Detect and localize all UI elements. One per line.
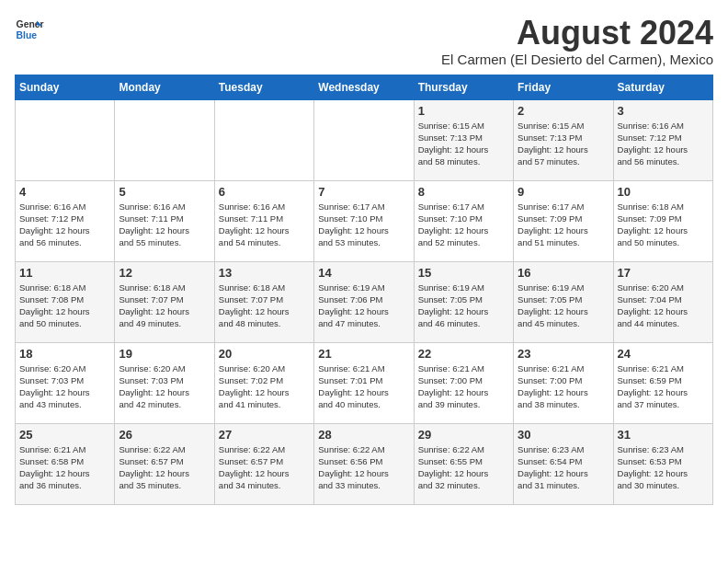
day-number: 20 <box>219 347 310 361</box>
calendar-subtitle: El Carmen (El Desierto del Carmen), Mexi… <box>441 52 713 67</box>
day-info: Sunrise: 6:21 AM Sunset: 6:58 PM Dayligh… <box>19 443 110 492</box>
calendar-cell: 23Sunrise: 6:21 AM Sunset: 7:00 PM Dayli… <box>514 342 613 423</box>
header-day-saturday: Saturday <box>613 75 712 99</box>
calendar-cell: 13Sunrise: 6:18 AM Sunset: 7:07 PM Dayli… <box>214 261 313 342</box>
header-day-sunday: Sunday <box>16 75 115 99</box>
day-number: 10 <box>618 185 709 199</box>
day-number: 22 <box>418 347 509 361</box>
calendar-cell: 22Sunrise: 6:21 AM Sunset: 7:00 PM Dayli… <box>414 342 513 423</box>
svg-text:Blue: Blue <box>17 30 38 40</box>
day-info: Sunrise: 6:22 AM Sunset: 6:56 PM Dayligh… <box>318 443 409 492</box>
calendar-cell: 16Sunrise: 6:19 AM Sunset: 7:05 PM Dayli… <box>514 261 613 342</box>
day-info: Sunrise: 6:20 AM Sunset: 7:03 PM Dayligh… <box>119 362 210 411</box>
calendar-cell: 4Sunrise: 6:16 AM Sunset: 7:12 PM Daylig… <box>16 180 115 261</box>
calendar-cell: 26Sunrise: 6:22 AM Sunset: 6:57 PM Dayli… <box>115 423 214 504</box>
calendar-cell: 18Sunrise: 6:20 AM Sunset: 7:03 PM Dayli… <box>16 342 115 423</box>
day-info: Sunrise: 6:19 AM Sunset: 7:06 PM Dayligh… <box>318 282 409 330</box>
day-info: Sunrise: 6:17 AM Sunset: 7:09 PM Dayligh… <box>518 201 609 249</box>
day-number: 19 <box>119 347 210 361</box>
day-number: 31 <box>618 428 709 442</box>
calendar-cell: 24Sunrise: 6:21 AM Sunset: 6:59 PM Dayli… <box>613 342 712 423</box>
day-info: Sunrise: 6:19 AM Sunset: 7:05 PM Dayligh… <box>518 282 609 330</box>
calendar-header: SundayMondayTuesdayWednesdayThursdayFrid… <box>16 75 713 99</box>
week-row-4: 18Sunrise: 6:20 AM Sunset: 7:03 PM Dayli… <box>16 342 713 423</box>
day-number: 15 <box>418 266 509 280</box>
week-row-1: 1Sunrise: 6:15 AM Sunset: 7:13 PM Daylig… <box>16 99 713 180</box>
day-number: 17 <box>618 266 709 280</box>
calendar-cell: 29Sunrise: 6:22 AM Sunset: 6:55 PM Dayli… <box>414 423 513 504</box>
week-row-3: 11Sunrise: 6:18 AM Sunset: 7:08 PM Dayli… <box>16 261 713 342</box>
day-number: 8 <box>418 185 509 199</box>
calendar-cell: 20Sunrise: 6:20 AM Sunset: 7:02 PM Dayli… <box>214 342 313 423</box>
calendar-cell: 21Sunrise: 6:21 AM Sunset: 7:01 PM Dayli… <box>314 342 414 423</box>
calendar-body: 1Sunrise: 6:15 AM Sunset: 7:13 PM Daylig… <box>16 99 713 504</box>
day-number: 12 <box>119 266 210 280</box>
calendar-cell: 27Sunrise: 6:22 AM Sunset: 6:57 PM Dayli… <box>214 423 313 504</box>
calendar-cell: 6Sunrise: 6:16 AM Sunset: 7:11 PM Daylig… <box>214 180 313 261</box>
day-number: 5 <box>119 185 210 199</box>
day-number: 27 <box>219 428 310 442</box>
day-number: 23 <box>518 347 609 361</box>
day-info: Sunrise: 6:17 AM Sunset: 7:10 PM Dayligh… <box>418 201 509 249</box>
day-number: 14 <box>318 266 409 280</box>
day-info: Sunrise: 6:16 AM Sunset: 7:12 PM Dayligh… <box>19 201 110 249</box>
day-info: Sunrise: 6:23 AM Sunset: 6:54 PM Dayligh… <box>518 443 609 492</box>
calendar-cell: 31Sunrise: 6:23 AM Sunset: 6:53 PM Dayli… <box>613 423 712 504</box>
calendar-cell: 15Sunrise: 6:19 AM Sunset: 7:05 PM Dayli… <box>414 261 513 342</box>
calendar-cell: 25Sunrise: 6:21 AM Sunset: 6:58 PM Dayli… <box>16 423 115 504</box>
calendar-cell: 30Sunrise: 6:23 AM Sunset: 6:54 PM Dayli… <box>514 423 613 504</box>
calendar-cell: 1Sunrise: 6:15 AM Sunset: 7:13 PM Daylig… <box>414 99 513 180</box>
day-number: 16 <box>518 266 609 280</box>
day-number: 18 <box>19 347 110 361</box>
day-number: 29 <box>418 428 509 442</box>
header-day-friday: Friday <box>514 75 613 99</box>
day-info: Sunrise: 6:20 AM Sunset: 7:03 PM Dayligh… <box>19 362 110 411</box>
page-header: General Blue August 2024 El Carmen (El D… <box>15 15 713 67</box>
day-info: Sunrise: 6:18 AM Sunset: 7:08 PM Dayligh… <box>19 282 110 330</box>
day-number: 1 <box>418 104 509 118</box>
calendar-cell <box>314 99 414 180</box>
day-info: Sunrise: 6:23 AM Sunset: 6:53 PM Dayligh… <box>618 443 709 492</box>
day-number: 7 <box>318 185 409 199</box>
day-number: 30 <box>518 428 609 442</box>
day-number: 13 <box>219 266 310 280</box>
day-info: Sunrise: 6:21 AM Sunset: 7:01 PM Dayligh… <box>318 362 409 411</box>
calendar-cell <box>16 99 115 180</box>
day-info: Sunrise: 6:22 AM Sunset: 6:57 PM Dayligh… <box>219 443 310 492</box>
logo: General Blue <box>15 15 44 44</box>
calendar-table: SundayMondayTuesdayWednesdayThursdayFrid… <box>15 75 713 505</box>
week-row-5: 25Sunrise: 6:21 AM Sunset: 6:58 PM Dayli… <box>16 423 713 504</box>
logo-icon: General Blue <box>15 15 44 44</box>
calendar-cell: 8Sunrise: 6:17 AM Sunset: 7:10 PM Daylig… <box>414 180 513 261</box>
day-number: 24 <box>618 347 709 361</box>
calendar-cell <box>214 99 313 180</box>
week-row-2: 4Sunrise: 6:16 AM Sunset: 7:12 PM Daylig… <box>16 180 713 261</box>
day-number: 3 <box>618 104 709 118</box>
day-info: Sunrise: 6:17 AM Sunset: 7:10 PM Dayligh… <box>318 201 409 249</box>
calendar-cell: 12Sunrise: 6:18 AM Sunset: 7:07 PM Dayli… <box>115 261 214 342</box>
header-day-tuesday: Tuesday <box>214 75 313 99</box>
day-info: Sunrise: 6:22 AM Sunset: 6:55 PM Dayligh… <box>418 443 509 492</box>
header-day-thursday: Thursday <box>414 75 513 99</box>
day-info: Sunrise: 6:21 AM Sunset: 7:00 PM Dayligh… <box>518 362 609 411</box>
day-info: Sunrise: 6:16 AM Sunset: 7:11 PM Dayligh… <box>219 201 310 249</box>
calendar-cell: 2Sunrise: 6:15 AM Sunset: 7:13 PM Daylig… <box>514 99 613 180</box>
day-number: 21 <box>318 347 409 361</box>
day-number: 4 <box>19 185 110 199</box>
day-info: Sunrise: 6:15 AM Sunset: 7:13 PM Dayligh… <box>418 120 509 168</box>
day-number: 2 <box>518 104 609 118</box>
calendar-cell: 14Sunrise: 6:19 AM Sunset: 7:06 PM Dayli… <box>314 261 414 342</box>
calendar-cell: 7Sunrise: 6:17 AM Sunset: 7:10 PM Daylig… <box>314 180 414 261</box>
day-info: Sunrise: 6:18 AM Sunset: 7:07 PM Dayligh… <box>119 282 210 330</box>
calendar-cell: 17Sunrise: 6:20 AM Sunset: 7:04 PM Dayli… <box>613 261 712 342</box>
calendar-cell: 3Sunrise: 6:16 AM Sunset: 7:12 PM Daylig… <box>613 99 712 180</box>
day-info: Sunrise: 6:15 AM Sunset: 7:13 PM Dayligh… <box>518 120 609 168</box>
header-day-monday: Monday <box>115 75 214 99</box>
day-info: Sunrise: 6:21 AM Sunset: 6:59 PM Dayligh… <box>618 362 709 411</box>
title-block: August 2024 El Carmen (El Desierto del C… <box>441 15 713 67</box>
day-info: Sunrise: 6:18 AM Sunset: 7:07 PM Dayligh… <box>219 282 310 330</box>
calendar-cell: 28Sunrise: 6:22 AM Sunset: 6:56 PM Dayli… <box>314 423 414 504</box>
calendar-cell: 5Sunrise: 6:16 AM Sunset: 7:11 PM Daylig… <box>115 180 214 261</box>
day-info: Sunrise: 6:22 AM Sunset: 6:57 PM Dayligh… <box>119 443 210 492</box>
day-number: 6 <box>219 185 310 199</box>
